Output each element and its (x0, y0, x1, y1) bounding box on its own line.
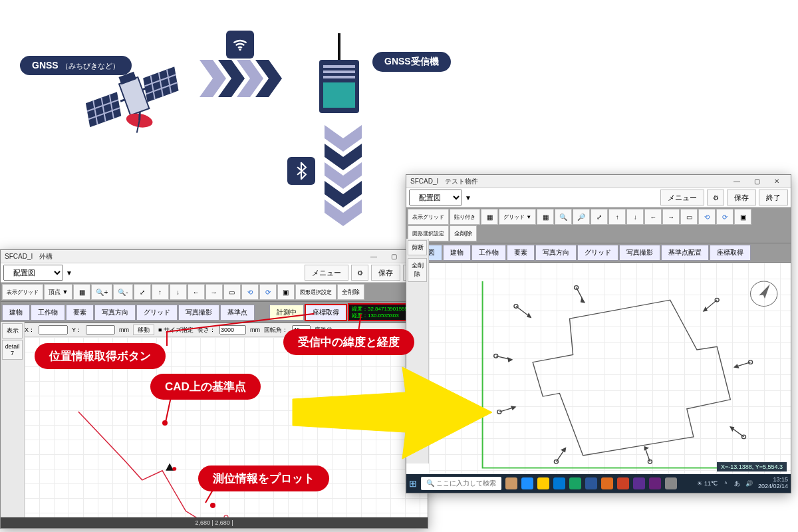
arrow-left-icon[interactable]: ← (644, 209, 662, 225)
tool-icon[interactable]: ▭ (680, 209, 698, 225)
callout-dot (210, 503, 215, 508)
cad1-menu-button[interactable]: メニュー (305, 265, 348, 281)
arrow-right-icon[interactable]: → (662, 209, 680, 225)
taskbar-search[interactable]: 🔍 ここに入力して検索 (421, 477, 501, 490)
taskbar-vs-icon[interactable] (633, 477, 645, 489)
svg-rect-25 (323, 82, 355, 108)
redo-icon[interactable]: ⟳ (259, 284, 277, 300)
svg-rect-22 (323, 65, 355, 68)
ribbon2-building[interactable]: 建物 (443, 245, 471, 261)
side-display[interactable]: 表示 (2, 323, 23, 338)
cad1-statusbar: 2,680 | 2,680 | (1, 517, 428, 528)
cad1-grid-button[interactable]: 表示グリッド (2, 284, 43, 300)
ribbon2-photoshot[interactable]: 写真撮影 (619, 245, 660, 261)
zoom-in-icon[interactable]: 🔍+ (91, 284, 112, 300)
tool-icon[interactable]: ▭ (223, 284, 241, 300)
undo-icon[interactable]: ⟲ (698, 209, 716, 225)
cad1-save-button[interactable]: 保存 (371, 265, 400, 281)
taskbar-folder-icon[interactable] (537, 477, 549, 489)
ribbon2-basepoint[interactable]: 基準点配置 (661, 245, 709, 261)
ribbon-photoshot[interactable]: 写真撮影 (178, 305, 219, 321)
cad1-deleteall-button[interactable]: 全削除 (337, 284, 364, 300)
tool-icon[interactable]: ▣ (277, 284, 295, 300)
cad2-snap[interactable]: 貼り付き (450, 209, 480, 225)
info-x-input[interactable] (39, 325, 68, 334)
taskbar-ie-icon[interactable] (553, 477, 565, 489)
cad1-shapeselect-button[interactable]: 図形選択設定 (295, 284, 336, 300)
arrow-left-icon[interactable]: ← (188, 284, 205, 300)
zoom-out-icon[interactable]: 🔎 (573, 209, 590, 225)
cad2-menu-button[interactable]: メニュー (660, 190, 704, 205)
cad2-footer-coord: X=-13.1388, Y=5,554.3 (717, 462, 787, 471)
ribbon2-photodir[interactable]: 写真方向 (535, 245, 577, 261)
callout-latlon-text: 受信中の緯度と経度 (298, 336, 400, 348)
taskbar-app-icon[interactable] (601, 477, 613, 489)
ribbon-photodir[interactable]: 写真方向 (94, 305, 136, 321)
zoom-in-icon[interactable]: 🔍 (555, 209, 572, 225)
cad2-title: SFCAD_I テスト物件 (410, 177, 478, 186)
zoom-fit-icon[interactable]: ⤢ (134, 284, 151, 300)
cad2-window-controls[interactable]: —▢✕ (727, 178, 787, 185)
ribbon-grid[interactable]: グリッド (136, 305, 178, 321)
arrow-right-icon[interactable]: → (205, 284, 223, 300)
tool-icon[interactable]: ▦ (481, 209, 498, 225)
taskbar-app-icon[interactable] (665, 477, 677, 489)
taskbar-chrome-icon[interactable] (617, 477, 629, 489)
taskbar-app-icon[interactable] (505, 477, 517, 489)
ribbon-structure[interactable]: 工作物 (31, 305, 65, 321)
cad2-save-button[interactable]: 保存 (727, 190, 756, 205)
ribbon-element[interactable]: 要素 (66, 305, 94, 321)
zoom-fit-icon[interactable]: ⤢ (591, 209, 608, 225)
cad1-mode-select[interactable]: 配置図 (3, 265, 63, 281)
tool-icon[interactable]: ▦ (73, 284, 90, 300)
bluetooth-icon (287, 157, 315, 185)
cad2-ribbon: 配置図 建物 工作物 要素 写真方向 グリッド 写真撮影 基準点配置 座標取得 (406, 243, 791, 263)
cad1-status-text: 2,680 | 2,680 | (195, 519, 233, 526)
redo-icon[interactable]: ⟳ (716, 209, 733, 225)
start-icon[interactable]: ⊞ (409, 478, 417, 489)
tool-icon[interactable]: ▦ (537, 209, 554, 225)
callout-getpos-text: 位置情報取得ボタン (49, 350, 151, 362)
svg-rect-23 (323, 70, 355, 73)
side-detail[interactable]: detail 7 (2, 340, 23, 360)
arrow-up-icon[interactable]: ↑ (152, 284, 169, 300)
callout-basepoint-text: CAD上の基準点 (165, 380, 246, 393)
ribbon2-getcoord[interactable]: 座標取得 (710, 245, 751, 261)
cad1-settings-button[interactable]: ⚙ (351, 265, 368, 281)
side2-0[interactable]: 剪断 (408, 240, 427, 255)
cad1-title: SFCAD_I 外構 (5, 252, 53, 261)
taskbar-excel-icon[interactable] (569, 477, 581, 489)
zoom-out-icon[interactable]: 🔍- (113, 284, 132, 300)
ribbon-building[interactable]: 建物 (2, 305, 30, 321)
cad2-griddd[interactable]: グリッド ▼ (499, 209, 536, 225)
cad2-toolbar: 表示グリッド 貼り付き ▦ グリッド ▼ ▦ 🔍 🔎 ⤢ ↑ ↓ ← → ▭ ⟲… (406, 207, 791, 243)
cad2-deleteall[interactable]: 全削除 (450, 225, 477, 241)
cad2-mode-select[interactable]: 配置図 (409, 190, 462, 205)
taskbar-word-icon[interactable] (585, 477, 597, 489)
ribbon2-grid[interactable]: グリッド (577, 245, 618, 261)
info-len-input[interactable] (219, 325, 246, 334)
ribbon2-structure[interactable]: 工作物 (471, 245, 506, 261)
taskbar-vs2-icon[interactable] (649, 477, 661, 489)
arrow-down-icon[interactable]: ↓ (170, 284, 187, 300)
cad2-settings-button[interactable]: ⚙ (707, 190, 724, 205)
info-y-input[interactable] (86, 325, 115, 334)
cad2-titlebar: SFCAD_I テスト物件 —▢✕ (406, 175, 791, 188)
cad1-vertex-button[interactable]: 頂点 ▼ (44, 284, 72, 300)
callout-plot-text: 測位情報をプロット (213, 472, 315, 485)
info-move-button[interactable]: 移動 (133, 325, 154, 335)
side2-2[interactable]: 全削除 (408, 258, 427, 282)
cad2-exit-button[interactable]: 終了 (759, 190, 788, 205)
ribbon-getcoord[interactable]: 座標取得 (305, 304, 347, 321)
ribbon-basepoint[interactable]: 基準点 (220, 305, 255, 321)
ribbon2-element[interactable]: 要素 (507, 245, 535, 261)
gnss-receiver-text: GNSS受信機 (384, 56, 439, 66)
callout-latlon: 受信中の緯度と経度 (283, 329, 414, 355)
ime-indicator[interactable]: あ (734, 479, 740, 488)
undo-icon[interactable]: ⟲ (241, 284, 259, 300)
arrow-down-icon[interactable]: ↓ (626, 209, 644, 225)
arrow-up-icon[interactable]: ↑ (608, 209, 626, 225)
cad2-grid[interactable]: 表示グリッド (408, 209, 449, 225)
tool-icon[interactable]: ▣ (734, 209, 751, 225)
taskbar-edge-icon[interactable] (521, 477, 533, 489)
